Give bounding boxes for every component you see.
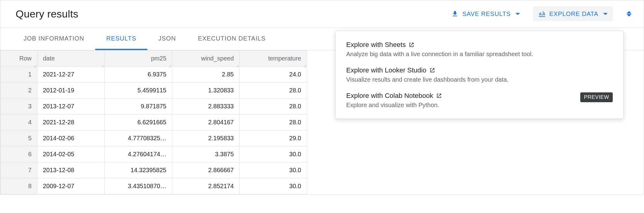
- tab-job-information[interactable]: JOB INFORMATION: [13, 28, 95, 50]
- cell-row-index: 5: [1, 130, 37, 146]
- chevron-down-icon: [516, 13, 520, 15]
- column-header-date[interactable]: date: [37, 51, 105, 67]
- cell-temperature: 29.0: [240, 130, 307, 146]
- cell-wind-speed: 2.866667: [172, 162, 240, 178]
- cell-date: 2012-01-19: [37, 83, 105, 99]
- cell-row-index: 8: [1, 178, 37, 194]
- save-results-button[interactable]: SAVE RESULTS: [446, 6, 525, 21]
- column-header-wind-speed[interactable]: wind_speed: [172, 51, 240, 67]
- cell-row-index: 6: [1, 146, 37, 162]
- query-results-panel: Query results SAVE RESULTS EXPLORE DATA …: [0, 0, 644, 195]
- cell-date: 2021-12-28: [37, 114, 105, 130]
- table-row: 82009-12-073.43510870…2.85217430.0: [1, 178, 307, 194]
- resize-handle[interactable]: [168, 63, 171, 66]
- resize-handle[interactable]: [33, 63, 36, 66]
- explore-data-button[interactable]: EXPLORE DATA: [533, 6, 613, 21]
- table-row: 42021-12-286.62916652.80416728.0: [1, 114, 307, 130]
- cell-date: 2009-12-07: [37, 178, 105, 194]
- cell-temperature: 28.0: [240, 83, 307, 99]
- cell-temperature: 30.0: [240, 162, 307, 178]
- cell-date: 2013-12-08: [37, 162, 105, 178]
- tab-execution-details[interactable]: EXECUTION DETAILS: [187, 28, 277, 50]
- cell-wind-speed: 2.85: [172, 67, 240, 83]
- cell-date: 2013-12-07: [37, 99, 105, 114]
- cell-temperature: 24.0: [240, 67, 307, 83]
- chevron-down-icon: [627, 14, 631, 17]
- table-row: 22012-01-195.45991151.32083328.0: [1, 83, 307, 99]
- external-link-icon: [430, 68, 435, 73]
- cell-row-index: 2: [1, 83, 37, 99]
- resize-handle[interactable]: [236, 63, 239, 66]
- cell-temperature: 30.0: [240, 178, 307, 194]
- cell-temperature: 28.0: [240, 114, 307, 130]
- chevron-up-icon: [627, 11, 631, 14]
- cell-temperature: 28.0: [240, 99, 307, 114]
- cell-date: 2021-12-27: [37, 67, 105, 83]
- panel-title: Query results: [16, 8, 446, 20]
- table-body: 12021-12-276.93752.8524.022012-01-195.45…: [1, 67, 307, 194]
- cell-wind-speed: 1.320833: [172, 83, 240, 99]
- resize-handle[interactable]: [303, 63, 306, 66]
- dropdown-item-desc: Explore and visualize with Python.: [346, 102, 613, 109]
- dropdown-item-title: Explore with Colab Notebook: [346, 92, 613, 100]
- column-header-pm25[interactable]: pm25: [105, 51, 172, 67]
- dropdown-item-looker[interactable]: Explore with Looker Studio Visualize res…: [336, 62, 623, 87]
- header-actions: SAVE RESULTS EXPLORE DATA: [446, 6, 631, 21]
- cell-wind-speed: 2.804167: [172, 114, 240, 130]
- save-results-label: SAVE RESULTS: [462, 10, 511, 17]
- explore-data-label: EXPLORE DATA: [549, 10, 598, 17]
- cell-row-index: 1: [1, 67, 37, 83]
- table-row: 72013-12-0814.323958252.86666730.0: [1, 162, 307, 178]
- cell-pm25: 3.43510870…: [105, 178, 172, 194]
- explore-data-dropdown: Explore with Sheets Analyze big data wit…: [335, 31, 623, 119]
- table-row: 52014-02-064.77708325…2.19583329.0: [1, 130, 307, 146]
- table-row: 12021-12-276.93752.8524.0: [1, 67, 307, 83]
- dropdown-item-colab[interactable]: Explore with Colab Notebook Explore and …: [336, 87, 623, 113]
- tab-json[interactable]: JSON: [147, 28, 187, 50]
- cell-pm25: 14.32395825: [105, 162, 172, 178]
- external-link-icon: [409, 42, 414, 48]
- cell-date: 2014-02-06: [37, 130, 105, 146]
- expand-collapse-button[interactable]: [627, 11, 631, 17]
- dropdown-item-desc: Visualize results and create live dashbo…: [346, 76, 613, 83]
- cell-pm25: 6.9375: [105, 67, 172, 83]
- cell-pm25: 6.6291665: [105, 114, 172, 130]
- dropdown-item-title: Explore with Looker Studio: [346, 66, 613, 74]
- results-table: Row date pm25 wind_speed temperature 120…: [0, 50, 307, 194]
- chevron-down-icon: [603, 13, 608, 15]
- cell-row-index: 4: [1, 114, 37, 130]
- cell-date: 2014-02-05: [37, 146, 105, 162]
- cell-wind-speed: 3.3875: [172, 146, 240, 162]
- resize-handle[interactable]: [101, 63, 104, 66]
- cell-row-index: 7: [1, 162, 37, 178]
- dropdown-item-desc: Analyze big data with a live connection …: [346, 51, 613, 58]
- table-header-row: Row date pm25 wind_speed temperature: [1, 51, 307, 67]
- column-header-temperature[interactable]: temperature: [240, 51, 307, 67]
- cell-pm25: 5.4599115: [105, 83, 172, 99]
- cell-pm25: 9.871875: [105, 99, 172, 114]
- table-row: 32013-12-079.8718752.88333328.0: [1, 99, 307, 114]
- dropdown-item-sheets[interactable]: Explore with Sheets Analyze big data wit…: [336, 37, 623, 62]
- chart-icon: [538, 10, 546, 17]
- panel-header: Query results SAVE RESULTS EXPLORE DATA: [0, 0, 644, 28]
- table-row: 62014-02-054.27604174…3.387530.0: [1, 146, 307, 162]
- download-icon: [451, 10, 459, 17]
- cell-pm25: 4.27604174…: [105, 146, 172, 162]
- cell-wind-speed: 2.195833: [172, 130, 240, 146]
- cell-wind-speed: 2.852174: [172, 178, 240, 194]
- cell-wind-speed: 2.883333: [172, 99, 240, 114]
- cell-temperature: 30.0: [240, 146, 307, 162]
- column-header-row[interactable]: Row: [1, 51, 37, 67]
- preview-badge: PREVIEW: [580, 92, 613, 102]
- cell-pm25: 4.77708325…: [105, 130, 172, 146]
- dropdown-item-title: Explore with Sheets: [346, 41, 613, 49]
- cell-row-index: 3: [1, 99, 37, 114]
- tab-results[interactable]: RESULTS: [95, 28, 147, 50]
- external-link-icon: [436, 93, 442, 99]
